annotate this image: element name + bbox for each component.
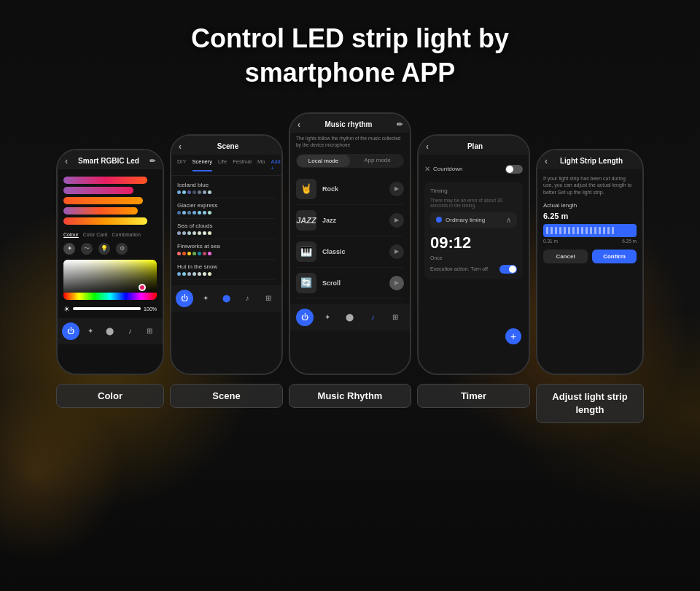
back-arrow-icon-4[interactable]: ‹ <box>426 142 429 152</box>
time-frequency: Once <box>430 255 517 260</box>
slp-value-row: 6.25 m <box>543 212 637 220</box>
slp-value-display: 6.25 m <box>543 212 568 220</box>
settings-icon[interactable]: ⚙ <box>116 243 128 255</box>
tab-colour[interactable]: Colour <box>63 232 79 238</box>
title-section: Control LED strip light by smartphone AP… <box>0 0 700 105</box>
list-item[interactable]: Sea of clouds <box>177 219 276 239</box>
list-item[interactable]: Hut in the snow <box>177 260 276 280</box>
brightness-bar[interactable] <box>73 307 141 310</box>
list-item[interactable]: 🤘 Rock ▶ <box>296 174 404 205</box>
phone2-title: Scene <box>217 142 238 150</box>
phone-scene: ‹ Scene DIY Scenery Life Festival Mo Add… <box>170 134 283 375</box>
scene-list: Iceland blue Glacier express Sea of clou… <box>171 176 281 282</box>
scene-tabs: DIY Scenery Life Festival Mo Add + <box>171 155 281 176</box>
music-desc: The lights follow the rhythm of the musi… <box>290 133 410 150</box>
list-item[interactable]: Iceland blue <box>177 178 276 198</box>
tab-color-card[interactable]: Color Card <box>83 232 108 238</box>
jazz-play-btn[interactable]: ▶ <box>389 213 404 228</box>
tab-life[interactable]: Life <box>218 158 227 171</box>
tab-scenery[interactable]: Scenery <box>192 158 213 171</box>
palette-icon-3[interactable]: ⬤ <box>341 309 359 326</box>
palette-icon[interactable]: ⬤ <box>101 322 119 340</box>
cancel-button[interactable]: Cancel <box>543 250 588 263</box>
timing-warning: There may be an error of about 30 second… <box>430 198 517 208</box>
palette-icon-2[interactable]: ⬤ <box>217 290 235 307</box>
strip-length-slider[interactable]: 0.31 m 6.25 m <box>543 224 637 244</box>
color-picker[interactable] <box>63 260 157 300</box>
timer-label: Timer <box>417 384 530 408</box>
tab-festival[interactable]: Festival <box>233 158 252 171</box>
add-timer-button[interactable]: + <box>505 328 521 344</box>
confirm-button[interactable]: Confirm <box>592 250 637 263</box>
phone1-title: Smart RGBIC Led <box>78 157 139 165</box>
sparkle-icon[interactable]: ✦ <box>82 322 99 340</box>
list-item[interactable]: JAZZ Jazz ▶ <box>296 205 404 236</box>
edit-icon-3[interactable]: ✏ <box>397 120 402 128</box>
scene-dots <box>177 272 276 276</box>
grid-icon[interactable]: ⊞ <box>141 322 158 340</box>
phone3-header: ‹ Music rhythm ✏ <box>290 114 410 133</box>
power-icon-2[interactable]: ⏻ <box>176 290 193 307</box>
tab-mo[interactable]: Mo <box>257 158 265 171</box>
ordinary-timing-row[interactable]: Ordinary timing ∧ <box>430 212 517 228</box>
list-item[interactable]: Fireworks at sea <box>177 239 276 260</box>
slp-action-buttons: Cancel Confirm <box>543 250 637 263</box>
phone-strip-length: ‹ Light Strip Length If your light strip… <box>536 149 644 375</box>
countdown-label: Countdown <box>433 166 462 172</box>
color-strip-4 <box>63 207 138 215</box>
time-toggle-row: Execution action: Turn off <box>430 265 517 274</box>
back-arrow-icon-5[interactable]: ‹ <box>545 156 548 166</box>
brightness-value: 100% <box>144 306 157 312</box>
time-display: 09:12 <box>430 233 517 252</box>
list-item[interactable]: 🔄 Scroll ▶ <box>296 268 404 299</box>
time-toggle[interactable] <box>499 265 517 274</box>
sparkle-icon-3[interactable]: ✦ <box>319 309 336 326</box>
timing-section: Timing There may be an error of about 30… <box>424 182 523 279</box>
color-selector-dot <box>139 284 146 291</box>
rock-label: Rock <box>322 185 384 193</box>
ot-dot <box>436 217 442 223</box>
actual-length-label: Actual length <box>543 202 637 209</box>
slp-content: If your light strip has been cut during … <box>537 169 642 269</box>
local-mode-tab[interactable]: Local mode <box>297 155 350 167</box>
power-icon[interactable]: ⏻ <box>62 322 79 340</box>
power-icon-3[interactable]: ⏻ <box>296 309 314 326</box>
tab-add[interactable]: Add + <box>271 158 280 171</box>
sun-icon[interactable]: ☀ <box>63 243 75 255</box>
list-item[interactable]: 🎹 Classic ▶ <box>296 236 404 268</box>
phone5-title: Light Strip Length <box>560 157 623 165</box>
grid-icon-3[interactable]: ⊞ <box>386 309 404 326</box>
list-item[interactable]: Glacier express <box>177 198 276 219</box>
color-strip-3 <box>63 197 143 204</box>
app-mode-tab[interactable]: App mode <box>351 154 404 168</box>
music-icon-2[interactable]: ♪ <box>238 290 256 307</box>
scene-name: Glacier express <box>177 202 276 209</box>
bulb-icon[interactable]: 💡 <box>98 243 110 255</box>
tab-diy[interactable]: DIY <box>177 158 187 171</box>
sparkle-icon-2[interactable]: ✦ <box>197 290 214 307</box>
toggle-knob <box>506 166 513 173</box>
music-icon[interactable]: ♪ <box>121 322 139 340</box>
grid-icon-2[interactable]: ⊞ <box>260 290 277 307</box>
phone-music: ‹ Music rhythm ✏ The lights follow the r… <box>289 112 411 375</box>
music-rhythm-label: Music Rhythm <box>289 384 411 408</box>
music-list: 🤘 Rock ▶ JAZZ Jazz ▶ 🎹 Classic ▶ 🔄 Scrol… <box>290 171 410 301</box>
bottom-bar-3: ⏻ ✦ ⬤ ♪ ⊞ <box>290 304 410 331</box>
back-arrow-icon[interactable]: ‹ <box>65 156 68 166</box>
edit-icon[interactable]: ✏ <box>149 157 155 165</box>
classic-play-btn[interactable]: ▶ <box>389 244 404 259</box>
back-arrow-icon-2[interactable]: ‹ <box>179 142 182 152</box>
phone5-header: ‹ Light Strip Length <box>537 150 642 169</box>
phone4-title: Plan <box>467 142 483 150</box>
tab-combination[interactable]: Combination <box>112 232 140 238</box>
wave-icon[interactable]: 〜 <box>81 243 93 255</box>
color-label: Color <box>56 384 164 408</box>
classic-icon: 🎹 <box>296 242 316 262</box>
back-arrow-icon-3[interactable]: ‹ <box>298 120 300 130</box>
scroll-play-btn[interactable]: ▶ <box>389 276 404 290</box>
rock-play-btn[interactable]: ▶ <box>389 182 404 196</box>
music-icon-3[interactable]: ♪ <box>364 309 381 326</box>
time-action: Execution action: Turn off <box>430 266 488 271</box>
countdown-toggle[interactable] <box>505 165 523 174</box>
scroll-icon: 🔄 <box>296 273 316 293</box>
